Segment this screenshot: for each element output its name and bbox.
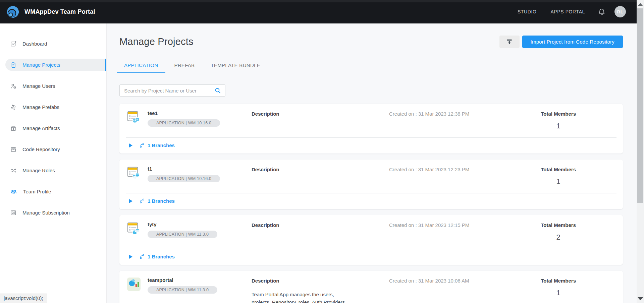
projects-icon (10, 62, 17, 68)
sidebar-item-team-profile[interactable]: Team Profile (0, 181, 106, 202)
project-type-badge: APPLICATION | WM 11.3.0 (148, 286, 217, 294)
roles-icon (10, 167, 17, 174)
subscription-icon (10, 209, 17, 216)
tab-template-bundle[interactable]: TEMPLATE BUNDLE (203, 62, 268, 73)
git-branch-icon (139, 253, 145, 260)
description-label: Description (252, 167, 389, 173)
brand-home-link[interactable]: WMAppDev Team Portal (6, 5, 95, 19)
sidebar-item-manage-prefabs[interactable]: Manage Prefabs (0, 97, 106, 118)
project-description: Team Portal App manages the users, proje… (252, 291, 352, 303)
app-window-db-icon (127, 222, 141, 236)
expand-caret-icon[interactable] (129, 255, 132, 259)
created-on-text: Created on : 31 Mar 2023 12:38 PM (389, 110, 500, 130)
sidebar-item-label: Code Repository (22, 146, 60, 152)
page-title: Manage Projects (119, 35, 194, 48)
artifacts-icon (10, 125, 17, 132)
sidebar-item-manage-subscription[interactable]: Manage Subscription (0, 202, 106, 223)
wavemaker-logo-icon (6, 5, 20, 19)
total-members-label: Total Members (541, 222, 576, 228)
team-icon (10, 188, 17, 195)
user-avatar[interactable]: RL (614, 6, 626, 17)
branches-link[interactable]: 1 Branches (148, 254, 175, 259)
project-name: teamportal (148, 277, 217, 283)
created-on-text: Created on : 31 Mar 2023 12:23 PM (389, 166, 500, 186)
sidebar-item-label: Manage Artifacts (22, 125, 60, 131)
sidebar-item-label: Dashboard (22, 41, 47, 47)
sidebar-item-manage-projects[interactable]: Manage Projects (0, 54, 106, 75)
project-card: teamportal APPLICATION | WM 11.3.0 Descr… (119, 271, 623, 303)
search-icon[interactable] (214, 87, 221, 94)
prefabs-icon (10, 104, 17, 111)
window-scrollbar (637, 0, 644, 303)
app-title: WMAppDev Team Portal (24, 8, 95, 15)
upload-icon (506, 39, 513, 45)
sidebar-item-label: Manage Roles (22, 168, 55, 173)
tab-prefab[interactable]: PREFAB (167, 62, 202, 73)
project-type-badge: APPLICATION | WM 11.3.0 (148, 231, 217, 238)
expand-caret-icon[interactable] (129, 143, 132, 147)
sidebar-item-code-repository[interactable]: Code Repository (0, 139, 106, 160)
sidebar-item-manage-roles[interactable]: Manage Roles (0, 160, 106, 181)
scroll-down-arrow[interactable] (638, 297, 643, 300)
upload-project-button[interactable] (499, 36, 520, 48)
project-type-badge: APPLICATION | WM 10.16.0 (148, 175, 220, 182)
total-members-label: Total Members (541, 167, 576, 173)
sidebar-item-label: Team Profile (23, 189, 51, 194)
apps-portal-link[interactable]: APPS PORTAL (550, 9, 585, 14)
studio-link[interactable]: STUDIO (518, 9, 537, 14)
description-label: Description (252, 111, 389, 117)
branches-toggle[interactable]: 1 Branches (119, 249, 623, 265)
branches-link[interactable]: 1 Branches (148, 142, 175, 148)
total-members-value: 2 (541, 233, 576, 242)
total-members-label: Total Members (541, 278, 576, 284)
project-name: tee1 (148, 110, 220, 116)
app-window-db-icon (127, 166, 141, 180)
sidebar-item-label: Manage Users (22, 83, 55, 89)
import-project-button[interactable]: Import Project from Code Repository (522, 36, 623, 48)
main-content: Manage Projects Import Project from Code… (107, 23, 637, 303)
dashboard-icon (10, 41, 17, 47)
sidebar-item-label: Manage Subscription (22, 210, 70, 216)
total-members-value: 1 (541, 122, 576, 130)
git-branch-icon (139, 198, 145, 204)
created-on-text: Created on : 31 Mar 2023 12:15 PM (389, 222, 500, 242)
project-card: t1 APPLICATION | WM 10.16.0 Description … (119, 160, 623, 209)
sidebar-item-manage-users[interactable]: Manage Users (0, 75, 106, 97)
sidebar-item-manage-artifacts[interactable]: Manage Artifacts (0, 118, 106, 139)
project-type-badge: APPLICATION | WM 10.16.0 (148, 119, 220, 127)
topbar: WMAppDev Team Portal STUDIO APPS PORTAL … (0, 0, 637, 23)
project-type-tabs: APPLICATION PREFAB TEMPLATE BUNDLE (117, 62, 623, 73)
branches-toggle[interactable]: 1 Branches (119, 138, 623, 154)
teamportal-app-icon (127, 277, 141, 291)
branches-toggle[interactable]: 1 Branches (119, 193, 623, 209)
branches-link[interactable]: 1 Branches (148, 198, 175, 204)
sidebar: Dashboard Manage Projects Manage Users (0, 23, 107, 303)
total-members-value: 1 (541, 289, 576, 297)
project-search (119, 84, 225, 97)
scroll-up-arrow[interactable] (638, 3, 643, 6)
app-window-db-icon (127, 110, 141, 124)
description-label: Description (252, 222, 389, 228)
project-name: tyty (148, 222, 217, 228)
description-label: Description (252, 278, 389, 284)
scrollbar-thumb[interactable] (637, 8, 643, 203)
git-branch-icon (139, 142, 145, 148)
notifications-bell-icon[interactable] (598, 8, 606, 16)
expand-caret-icon[interactable] (129, 199, 132, 203)
tab-application[interactable]: APPLICATION (117, 62, 165, 73)
browser-status-bar: javascript:void(0); (0, 294, 47, 303)
project-name: t1 (148, 166, 220, 172)
users-icon (10, 83, 17, 89)
total-members-value: 1 (541, 177, 576, 186)
project-card: tee1 APPLICATION | WM 10.16.0 Descriptio… (119, 104, 623, 154)
sidebar-item-dashboard[interactable]: Dashboard (0, 33, 106, 54)
sidebar-item-label: Manage Projects (22, 62, 60, 68)
project-card: tyty APPLICATION | WM 11.3.0 Description… (119, 215, 623, 265)
created-on-text: Created on : 31 Mar 2023 10:06 AM (389, 277, 500, 303)
sidebar-item-label: Manage Prefabs (22, 104, 59, 110)
repository-icon (10, 146, 17, 153)
total-members-label: Total Members (541, 111, 576, 117)
search-input[interactable] (124, 88, 214, 94)
